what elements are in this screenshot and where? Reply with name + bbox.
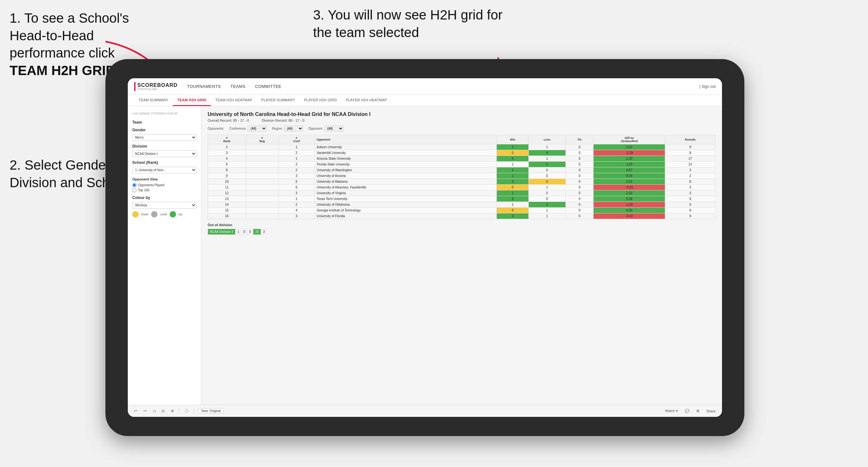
nav-tournaments[interactable]: TOURNAMENTS	[187, 84, 221, 89]
conf-cell: 1	[278, 156, 315, 162]
h2h-table: #Rank #Reg #Conf Opponent Win Loss Tie D…	[208, 135, 716, 219]
diff-cell: -4.33	[594, 185, 665, 190]
colour-label: Colour by	[132, 195, 196, 200]
nav-committee[interactable]: COMMITTEE	[255, 84, 282, 89]
rank-cell: 3	[208, 150, 246, 156]
plus-btn[interactable]: ⊕	[169, 408, 175, 414]
redo-btn[interactable]: ↪	[142, 408, 148, 414]
conf-cell: 3	[278, 190, 315, 196]
win-cell: 0	[497, 208, 529, 213]
right-content: University of North Carolina Head-to-Hea…	[201, 106, 722, 405]
win-cell: 1	[497, 167, 529, 173]
loss-cell: 0	[529, 190, 565, 196]
diff-cell: 3.67	[594, 167, 665, 173]
tab-team-summary[interactable]: TEAM SUMMARY	[134, 95, 173, 106]
tab-player-h2h-heatmap[interactable]: PLAYER H2H HEATMAP	[341, 95, 391, 106]
colour-select[interactable]: Win/loss	[132, 202, 196, 209]
rounds-cell: 9	[665, 208, 716, 213]
table-row: 8 2 University of Washington 1 0 0 3.67 …	[208, 167, 716, 173]
rounds-cell: 9	[665, 196, 716, 202]
sign-out-button[interactable]: | Sign out	[700, 84, 716, 89]
opponent-cell: University of Florida	[315, 213, 497, 219]
table-row: 16 3 University of Florida 3 1 0 -6.42 9	[208, 213, 716, 219]
undo-btn[interactable]: ↩	[133, 408, 138, 414]
table-row: 2 1 Auburn University 2 1 0 1.67 9	[208, 145, 716, 150]
col-diff: Diff AvStrokes/Rnd	[594, 135, 665, 145]
opponent-select[interactable]: (All)	[324, 126, 343, 132]
opponent-label: Opponent	[308, 127, 322, 130]
color-up	[169, 211, 176, 218]
opponent-view-label: Opponent View	[132, 177, 196, 181]
conf-cell: 1	[278, 196, 315, 202]
grid-records: Overall Record: 89 - 17 - 0 Division Rec…	[208, 119, 716, 122]
annotation-3: 3. You will now see H2H grid for the tea…	[313, 6, 505, 41]
radio-top100[interactable]: Top 100	[132, 188, 196, 192]
gender-select[interactable]: Men's Women's	[132, 134, 196, 141]
diff-cell: 2.61	[594, 179, 665, 185]
out-of-division-table: NCAA Division II 1 0 0 26 3	[208, 229, 267, 235]
bottom-toolbar: ↩ ↪ ◁ ⊡ ⊕ 🕐 View: Original Watch ▾ 💬 ⊞ S…	[128, 405, 722, 417]
win-cell: 3	[497, 213, 529, 219]
ood-division: NCAA Division II	[208, 229, 236, 235]
table-row: 13 1 Texas Tech University 3 0 0 5.56 9	[208, 196, 716, 202]
color-level	[151, 211, 157, 218]
conf-select[interactable]: (All)	[248, 126, 267, 132]
tab-player-h2h-grid[interactable]: PLAYER H2H GRID	[300, 95, 342, 106]
region-select[interactable]: (All)	[284, 126, 303, 132]
back-btn[interactable]: ◁	[151, 408, 157, 414]
tab-team-h2h-heatmap[interactable]: TEAM H2H HEATMAP	[211, 95, 257, 106]
table-row: 9 3 University of Arizona 1 0 0 9.00 2	[208, 173, 716, 179]
rank-cell: 2	[208, 145, 246, 150]
crop-btn[interactable]: ⊡	[160, 408, 166, 414]
divider-1	[179, 408, 179, 414]
col-tie: Tie	[565, 135, 594, 145]
loss-cell: 0	[529, 173, 565, 179]
opponent-cell: Auburn University	[315, 145, 497, 150]
col-opponent: Opponent	[315, 135, 497, 145]
anno1-text: 1. To see a School's Head-to-Head perfor…	[9, 10, 129, 60]
opponent-cell: Vanderbilt University	[315, 150, 497, 156]
tie-cell: 0	[565, 150, 594, 156]
legend-up: Up	[179, 213, 182, 216]
last-updated: Last Updated: 27/03/2024 16:55:38	[132, 112, 196, 116]
gender-label: Gender	[132, 128, 196, 132]
comment-btn[interactable]: 💬	[684, 408, 691, 414]
radio-opponents-played[interactable]: Opponents Played	[132, 183, 196, 187]
table-row: 12 3 University of Virginia 1 0 0 2.33 3	[208, 190, 716, 196]
clock-btn[interactable]: 🕐	[183, 408, 190, 414]
tab-player-summary[interactable]: PLAYER SUMMARY	[257, 95, 300, 106]
share-btn[interactable]: Share	[705, 409, 717, 414]
rank-cell: 14	[208, 202, 246, 208]
rounds-cell: 9	[665, 213, 716, 219]
tie-cell: 0	[565, 202, 594, 208]
opponent-cell: Georgia Institute of Technology	[315, 208, 497, 213]
view-original-btn[interactable]: View: Original	[198, 408, 224, 414]
reg-cell	[246, 173, 278, 179]
nav-teams[interactable]: TEAMS	[230, 84, 245, 89]
reg-cell	[246, 185, 278, 190]
diff-cell: 1.67	[594, 145, 665, 150]
sub-nav: TEAM SUMMARY TEAM H2H GRID TEAM H2H HEAT…	[128, 95, 722, 106]
col-loss: Loss	[529, 135, 565, 145]
logo-accent	[134, 82, 135, 91]
watch-btn[interactable]: Watch ▾	[664, 408, 679, 414]
opponent-cell: University of Virginia	[315, 190, 497, 196]
loss-cell: 1	[529, 213, 565, 219]
color-legend: Down Level Up	[132, 211, 196, 218]
conf-cell: 2	[278, 202, 315, 208]
diff-cell: -2.29	[594, 150, 665, 156]
region-label: Region	[272, 127, 282, 130]
diff-cell: -6.42	[594, 213, 665, 219]
tab-team-h2h-grid[interactable]: TEAM H2H GRID	[173, 95, 211, 106]
division-select[interactable]: NCAA Division I NCAA Division II NCAA Di…	[132, 151, 196, 157]
opponent-cell: University of Washington	[315, 167, 497, 173]
rank-cell: 12	[208, 190, 246, 196]
school-select[interactable]: 1. University of Nort...	[132, 167, 196, 174]
col-reg: #Reg	[246, 135, 278, 145]
tablet-screen: SCOREBOARD Powered by clippi TOURNAMENTS…	[128, 78, 722, 417]
reg-cell	[246, 208, 278, 213]
reg-cell	[246, 162, 278, 167]
table-row: 11 6 University of Arkansas, Fayettevill…	[208, 185, 716, 190]
rank-cell: 15	[208, 208, 246, 213]
grid-btn[interactable]: ⊞	[695, 408, 701, 414]
